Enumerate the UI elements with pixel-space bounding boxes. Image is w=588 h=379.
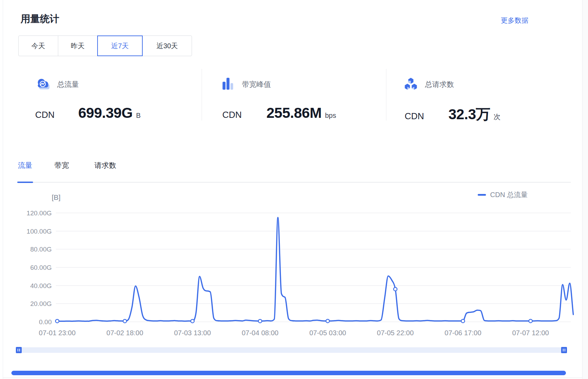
stat-unit: 次	[494, 112, 500, 122]
horizontal-scrollbar-thumb[interactable]	[11, 371, 566, 375]
stat-product: CDN	[405, 111, 448, 122]
data-zoom-left-handle[interactable]	[16, 347, 22, 353]
requests-cubes-icon	[403, 76, 419, 92]
data-point-marker[interactable]	[123, 319, 126, 323]
range-tab-label: 今天	[31, 41, 45, 51]
y-axis-tick-label: 20.00G	[30, 300, 52, 307]
stat-unit: bps	[325, 112, 336, 120]
range-tab-label: 近30天	[156, 41, 178, 51]
x-axis-tick-label: 07-05 03:00	[309, 329, 346, 337]
page-title: 用量统计	[21, 12, 59, 25]
data-point-marker[interactable]	[258, 319, 262, 323]
data-point-marker[interactable]	[394, 287, 397, 291]
x-axis-tick-label: 07-03 13:00	[174, 329, 211, 337]
x-axis-tick-label: 07-01 23:00	[39, 329, 76, 337]
range-tab-last-30-days[interactable]: 近30天	[142, 35, 192, 56]
data-point-marker[interactable]	[191, 319, 194, 323]
data-point-marker[interactable]	[529, 319, 532, 323]
stat-product: CDN	[35, 110, 78, 120]
date-range-tabs: 今天 昨天 近7天 近30天	[18, 35, 192, 56]
tabs-divider	[17, 182, 571, 183]
range-tab-today[interactable]: 今天	[18, 35, 58, 56]
stat-value: 32.3万	[448, 105, 490, 124]
chart-tab-bandwidth[interactable]: 带宽	[54, 161, 69, 170]
stat-label: 带宽峰值	[242, 80, 271, 89]
stat-unit: B	[136, 112, 141, 120]
more-data-link[interactable]: 更多数据	[501, 16, 528, 25]
range-tab-label: 昨天	[71, 41, 85, 51]
chart-metric-tabs: 流量 带宽 请求数	[0, 161, 116, 170]
x-axis-tick-label: 07-06 17:00	[445, 329, 481, 337]
cdn-total-traffic-line[interactable]	[57, 217, 573, 321]
data-point-marker[interactable]	[326, 319, 330, 323]
chart-tab-requests[interactable]: 请求数	[94, 161, 116, 170]
x-axis-tick-label: 07-05 22:00	[377, 329, 414, 337]
chart-tab-traffic[interactable]: 流量	[18, 161, 32, 170]
range-tab-yesterday[interactable]: 昨天	[58, 35, 98, 56]
panel-bottom-border	[3, 378, 582, 378]
usage-statistics-panel: 用量统计 更多数据 今天 昨天 近7天 近30天 总流量	[0, 0, 588, 379]
traffic-line-chart[interactable]: 120.00G100.00G80.00G60.00G40.00G20.00G0.…	[0, 186, 588, 341]
range-tab-last-7-days[interactable]: 近7天	[97, 35, 143, 56]
y-axis-tick-label: 100.00G	[27, 228, 52, 235]
data-zoom-right-handle[interactable]	[561, 347, 567, 353]
x-axis-tick-label: 07-02 18:00	[107, 329, 143, 337]
data-zoom-slider-track[interactable]	[16, 347, 567, 353]
stat-card-total-requests: 总请求数 CDN 32.3万 次	[386, 69, 569, 121]
y-axis-tick-label: 0.00	[39, 318, 52, 326]
stat-product: CDN	[222, 110, 266, 120]
y-axis-tick-label: 60.00G	[30, 264, 52, 271]
range-tab-label: 近7天	[111, 41, 129, 51]
data-point-marker[interactable]	[461, 319, 465, 323]
stat-card-total-traffic: 总流量 CDN 699.39G B	[21, 69, 202, 121]
y-axis-tick-label: 40.00G	[30, 282, 52, 289]
active-tab-underline	[17, 182, 33, 183]
stat-value: 255.86M	[266, 105, 322, 121]
stat-label: 总流量	[57, 80, 79, 89]
x-axis-tick-label: 07-07 12:00	[512, 329, 549, 337]
stat-cards-row: 总流量 CDN 699.39G B 带宽峰值 CDN 255.86M bps	[21, 69, 569, 121]
stat-card-peak-bandwidth: 带宽峰值 CDN 255.86M bps	[202, 69, 386, 121]
traffic-cloud-icon	[35, 76, 51, 92]
stat-label: 总请求数	[425, 80, 454, 89]
y-axis-tick-label: 120.00G	[27, 209, 52, 217]
bandwidth-bars-icon	[220, 76, 236, 92]
y-axis-tick-label: 80.00G	[30, 246, 52, 253]
stat-value: 699.39G	[78, 105, 133, 121]
data-point-marker[interactable]	[55, 319, 59, 323]
x-axis-tick-label: 07-04 08:00	[242, 329, 278, 337]
